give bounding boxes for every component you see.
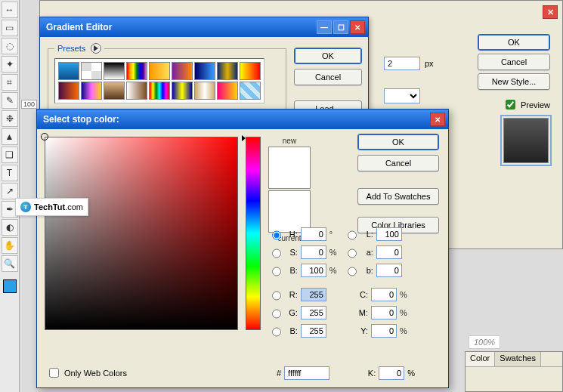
h-input[interactable] bbox=[301, 227, 326, 241]
cancel-button[interactable]: Cancel bbox=[294, 69, 362, 85]
tool-wand[interactable]: ✦ bbox=[2, 56, 18, 73]
gradient-preset[interactable] bbox=[58, 62, 79, 80]
pct-unit: % bbox=[400, 308, 409, 317]
tool-crop[interactable]: ⌗ bbox=[2, 74, 18, 91]
gradient-preset[interactable] bbox=[149, 82, 170, 100]
mode-a-radio[interactable] bbox=[348, 248, 357, 258]
tool-type[interactable]: T bbox=[2, 165, 18, 181]
mode-s-radio[interactable] bbox=[272, 248, 281, 258]
titlebar[interactable]: Gradient Editor — ☐ ✕ bbox=[40, 17, 368, 37]
add-to-swatches-button[interactable]: Add To Swatches bbox=[357, 188, 439, 205]
rgb-b-input[interactable] bbox=[301, 324, 326, 338]
s-input[interactable] bbox=[301, 245, 326, 259]
r-label: R: bbox=[286, 290, 298, 299]
gradient-preset[interactable] bbox=[58, 82, 79, 100]
tab-swatches[interactable]: Swatches bbox=[495, 352, 541, 366]
gradient-preset[interactable] bbox=[104, 62, 125, 80]
c-label: C: bbox=[356, 290, 368, 299]
lab-b-input[interactable] bbox=[376, 264, 402, 277]
close-icon[interactable]: ✕ bbox=[350, 20, 365, 34]
mode-h-radio[interactable] bbox=[272, 230, 281, 240]
bv-input[interactable] bbox=[301, 264, 326, 277]
preset-grid bbox=[54, 58, 264, 103]
gradient-preset[interactable] bbox=[172, 82, 193, 100]
ok-button[interactable]: OK bbox=[294, 48, 362, 64]
tool-lasso[interactable]: ◌ bbox=[2, 38, 18, 54]
tool-move[interactable]: ↔ bbox=[2, 2, 18, 18]
palette-panel: 100% Color Swatches bbox=[465, 351, 563, 392]
gradient-preset[interactable] bbox=[81, 62, 102, 80]
tool-brush[interactable]: ✎ bbox=[2, 92, 18, 109]
hue-slider[interactable] bbox=[246, 137, 261, 330]
window-title: Gradient Editor bbox=[46, 22, 315, 32]
gradient-preset[interactable] bbox=[217, 62, 238, 80]
size-unit: px bbox=[425, 59, 434, 68]
gradient-preset[interactable] bbox=[172, 62, 193, 80]
dropdown-field[interactable] bbox=[384, 88, 420, 103]
l-input[interactable] bbox=[376, 227, 402, 241]
gradient-preset[interactable] bbox=[104, 82, 125, 100]
only-web-colors-input[interactable] bbox=[49, 368, 59, 378]
cancel-button[interactable]: Cancel bbox=[478, 54, 550, 70]
presets-menu-icon[interactable] bbox=[91, 43, 101, 54]
ok-button[interactable]: OK bbox=[478, 34, 550, 51]
current-color-swatch bbox=[268, 190, 311, 233]
zoom-level[interactable]: 100% bbox=[469, 335, 500, 349]
lab-b-label: b: bbox=[362, 266, 373, 275]
mode-l-radio[interactable] bbox=[348, 230, 357, 240]
gradient-preset[interactable] bbox=[194, 82, 215, 100]
color-picker-dialog: Select stop color: ✕ new current OK Canc… bbox=[36, 109, 449, 388]
gradient-preset[interactable] bbox=[217, 82, 238, 100]
mode-b-radio[interactable] bbox=[272, 267, 281, 276]
saturation-value-field[interactable] bbox=[45, 137, 238, 330]
maximize-icon[interactable]: ☐ bbox=[333, 20, 348, 34]
tool-zoom[interactable]: 🔍 bbox=[2, 255, 18, 272]
m-input[interactable] bbox=[371, 306, 397, 319]
preview-checkbox[interactable]: Preview bbox=[503, 97, 550, 112]
size-input[interactable] bbox=[384, 57, 420, 70]
foreground-color-swatch[interactable] bbox=[3, 279, 17, 293]
gradient-preset[interactable] bbox=[149, 62, 170, 80]
presets-fieldset: Presets bbox=[48, 43, 286, 117]
tool-eyedropper[interactable]: ◐ bbox=[2, 219, 18, 236]
mode-g-radio[interactable] bbox=[272, 309, 281, 319]
preview-checkbox-input[interactable] bbox=[506, 100, 515, 110]
minimize-icon[interactable]: — bbox=[317, 20, 332, 34]
c-input[interactable] bbox=[371, 288, 397, 301]
gradient-preset[interactable] bbox=[126, 82, 147, 100]
tool-healing[interactable]: ❉ bbox=[2, 110, 18, 127]
hex-input[interactable] bbox=[284, 366, 329, 380]
preview-label: Preview bbox=[521, 100, 550, 110]
y-input[interactable] bbox=[371, 324, 397, 338]
watermark-text: TechTut bbox=[34, 202, 65, 211]
a-label: a: bbox=[362, 248, 373, 257]
tool-path[interactable]: ↗ bbox=[2, 183, 18, 199]
tool-clone[interactable]: ▲ bbox=[2, 128, 18, 145]
g-input[interactable] bbox=[301, 306, 326, 319]
mode-rgb-b-radio[interactable] bbox=[272, 327, 281, 337]
new-style-button[interactable]: New Style... bbox=[478, 73, 550, 90]
mode-r-radio[interactable] bbox=[272, 291, 281, 301]
r-input[interactable] bbox=[301, 288, 326, 301]
a-input[interactable] bbox=[376, 245, 402, 259]
k-input[interactable] bbox=[379, 366, 404, 380]
cancel-button[interactable]: Cancel bbox=[357, 155, 439, 171]
tab-color[interactable]: Color bbox=[466, 352, 495, 366]
mode-lab-b-radio[interactable] bbox=[348, 267, 357, 276]
k-label: K: bbox=[368, 369, 376, 378]
new-label: new bbox=[283, 137, 296, 145]
tool-eraser[interactable]: ❑ bbox=[2, 147, 18, 163]
gradient-preset[interactable] bbox=[194, 62, 215, 80]
only-web-colors-checkbox[interactable]: Only Web Colors bbox=[46, 366, 127, 380]
ok-button[interactable]: OK bbox=[357, 134, 439, 150]
gradient-preset[interactable] bbox=[81, 82, 102, 100]
close-icon[interactable]: ✕ bbox=[543, 5, 558, 19]
tool-marquee[interactable]: ▭ bbox=[2, 20, 18, 36]
tool-hand[interactable]: ✋ bbox=[2, 237, 18, 254]
gradient-preset[interactable] bbox=[126, 62, 147, 80]
titlebar[interactable]: Select stop color: ✕ bbox=[37, 110, 448, 129]
m-label: M: bbox=[356, 308, 368, 317]
gradient-preset[interactable] bbox=[240, 82, 261, 100]
gradient-preset[interactable] bbox=[240, 62, 261, 80]
close-icon[interactable]: ✕ bbox=[430, 113, 445, 126]
